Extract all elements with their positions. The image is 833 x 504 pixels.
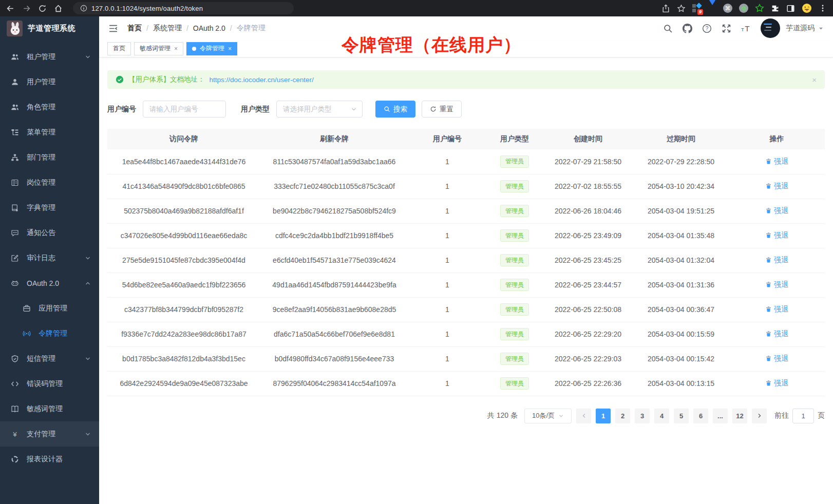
alert-close-icon[interactable]: × [812, 75, 817, 84]
page-button-4[interactable]: 4 [654, 409, 669, 423]
force-logout-button[interactable]: 强退 [765, 329, 788, 339]
page-button-1[interactable]: 1 [596, 409, 611, 423]
sidebar-item-tenant[interactable]: 租户管理 [0, 44, 99, 69]
tab-sensitive-word[interactable]: 敏感词管理× [134, 42, 183, 55]
app-logo-bar[interactable]: 芋道管理系统 [0, 16, 99, 40]
collapse-menu-icon[interactable] [108, 24, 118, 33]
user-id-label: 用户编号 [107, 105, 136, 114]
github-icon[interactable] [683, 24, 692, 33]
side-panel-icon[interactable] [786, 4, 795, 13]
tab-token-mgmt[interactable]: 令牌管理× [186, 42, 237, 55]
access-token-cell: 275e5de9151045fe87cbdc395e004f4d [107, 248, 260, 273]
page-button-6[interactable]: 6 [693, 409, 708, 423]
sidebar-item-report-designer[interactable]: 报表设计器 [0, 447, 99, 472]
profile-avatar-icon[interactable] [802, 3, 812, 13]
reset-button[interactable]: 重置 [422, 101, 462, 118]
sidebar-item-token-mgmt[interactable]: 令牌管理 [0, 321, 99, 346]
sidebar-item-dict[interactable]: 字典管理 [0, 195, 99, 220]
force-logout-button[interactable]: 强退 [765, 182, 788, 191]
share-icon[interactable] [661, 4, 670, 13]
extension-command-icon[interactable]: ⌘ [723, 4, 732, 13]
access-token-cell: 502375b8040a469a9b82188afdf6af1f [107, 199, 260, 223]
sidebar-item-user[interactable]: 用户管理 [0, 69, 99, 94]
sidebar-item-audit-log[interactable]: 审计日志 [0, 245, 99, 270]
sidebar-item-sms[interactable]: 短信管理 [0, 346, 99, 371]
username[interactable]: 芋道源码 [786, 24, 815, 33]
force-logout-button[interactable]: 强退 [765, 305, 788, 314]
tab-close-icon[interactable]: × [228, 46, 232, 52]
user-id-cell: 1 [408, 223, 486, 248]
browser-menu-icon[interactable] [819, 4, 827, 12]
sidebar-item-oauth2[interactable]: OAuth 2.0 [0, 270, 99, 296]
bookmark-star-icon[interactable] [677, 4, 686, 13]
search-button[interactable]: 搜索 [375, 101, 415, 118]
sidebar-item-post[interactable]: 岗位管理 [0, 170, 99, 195]
force-logout-button[interactable]: 强退 [765, 206, 788, 216]
alert-doc-link[interactable]: https://doc.iocoder.cn/user-center/ [210, 76, 314, 84]
user-menu-caret-icon[interactable] [818, 26, 824, 31]
force-logout-button[interactable]: 强退 [765, 157, 788, 166]
page-button-2[interactable]: 2 [615, 409, 630, 423]
tab-home[interactable]: 首页 [107, 42, 131, 55]
token-table: 访问令牌刷新令牌用户编号用户类型创建时间过期时间操作 1ea5e44f8bc14… [107, 129, 825, 396]
svg-text:T: T [741, 26, 744, 32]
extension-badge: 9 [697, 9, 703, 15]
extensions-puzzle-icon[interactable] [771, 4, 780, 13]
force-logout-button[interactable]: 强退 [765, 379, 788, 388]
address-bar[interactable]: 127.0.0.1:1024/system/oauth2/token [73, 2, 294, 14]
font-size-icon[interactable]: TT [741, 24, 751, 33]
svg-text:T: T [745, 24, 750, 33]
force-logout-button[interactable]: 强退 [765, 231, 788, 240]
column-header: 操作 [729, 129, 825, 149]
sidebar-item-payment[interactable]: ¥支付管理 [0, 421, 99, 447]
user-type-select[interactable]: 请选择用户类型 [276, 101, 363, 118]
org-icon [11, 153, 19, 162]
sidebar-item-dept[interactable]: 部门管理 [0, 145, 99, 170]
sidebar-item-menu[interactable]: 菜单管理 [0, 120, 99, 145]
extension-multi-icon[interactable]: 9 [692, 4, 702, 13]
sidebar-item-app-mgmt[interactable]: 应用管理 [0, 296, 99, 321]
next-page-button[interactable] [752, 409, 767, 423]
bookopen-icon [11, 405, 19, 413]
page-button-5[interactable]: 5 [674, 409, 689, 423]
browser-forward-icon[interactable] [22, 4, 31, 13]
goto-page-input[interactable] [792, 409, 814, 423]
help-icon[interactable]: ? [702, 24, 712, 33]
prev-page-button[interactable] [576, 409, 591, 423]
user-id-cell: 1 [408, 346, 486, 371]
browser-home-icon[interactable] [54, 4, 63, 13]
site-info-icon[interactable] [80, 5, 87, 12]
extension-gem-icon[interactable] [708, 4, 716, 13]
search-icon[interactable] [663, 24, 673, 33]
user-id-input[interactable] [143, 101, 226, 118]
page-size-select[interactable]: 10条/页 [524, 409, 572, 423]
force-logout-button[interactable]: 强退 [765, 280, 788, 289]
force-logout-button[interactable]: 强退 [765, 256, 788, 265]
trash-icon [765, 257, 772, 263]
tab-close-icon[interactable]: × [174, 46, 178, 52]
sidebar-item-sensitive-word[interactable]: 敏感词管理 [0, 396, 99, 421]
extension-star-icon[interactable] [755, 4, 764, 13]
created-time-cell: 2022-06-25 22:29:03 [543, 346, 633, 371]
sidebar-item-notice[interactable]: 通知公告 [0, 220, 99, 245]
page-button-12[interactable]: 12 [732, 409, 747, 423]
robot-icon [11, 279, 19, 287]
page-ellipsis-button[interactable]: ... [713, 409, 728, 423]
browser-back-icon[interactable] [6, 4, 15, 13]
action-cell: 强退 [729, 297, 825, 322]
action-cell: 强退 [729, 149, 825, 174]
breadcrumb-item[interactable]: OAuth 2.0 [193, 24, 225, 32]
page-button-3[interactable]: 3 [635, 409, 650, 423]
sidebar-item-role[interactable]: 角色管理 [0, 94, 99, 120]
browser-reload-icon[interactable] [38, 4, 47, 13]
extension-record-icon[interactable] [739, 4, 748, 13]
app-title: 芋道管理系统 [28, 24, 75, 33]
breadcrumb-item[interactable]: 首页 [127, 24, 142, 33]
fullscreen-icon[interactable] [722, 24, 731, 33]
user-avatar[interactable] [761, 18, 780, 38]
active-tab-dot [192, 47, 196, 51]
breadcrumb-item[interactable]: 系统管理 [153, 24, 182, 33]
sidebar-item-error-code[interactable]: 错误码管理 [0, 371, 99, 396]
user-type-cell: 管理员 [486, 346, 543, 371]
force-logout-button[interactable]: 强退 [765, 354, 788, 363]
